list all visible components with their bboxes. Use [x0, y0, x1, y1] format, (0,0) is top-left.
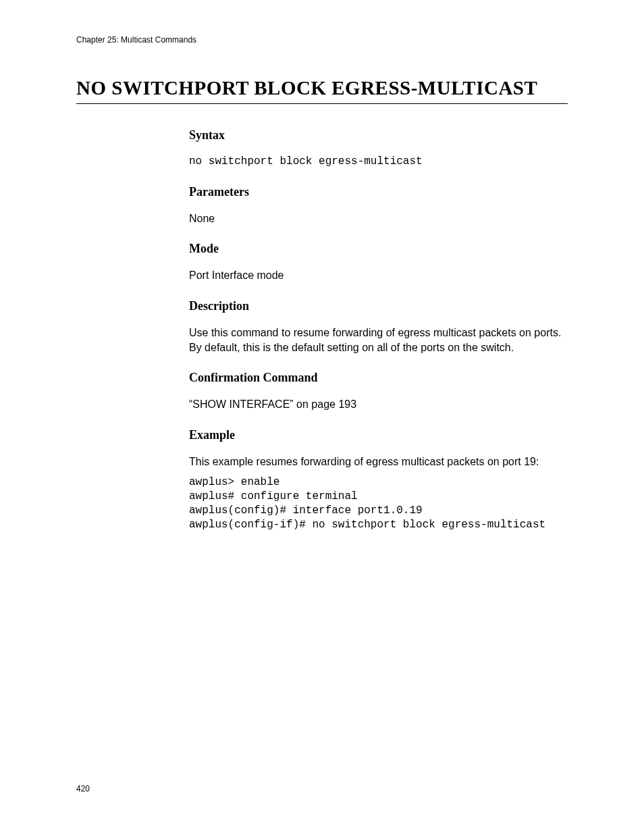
parameters-text: None: [189, 211, 568, 226]
parameters-heading: Parameters: [189, 185, 568, 199]
page-title: NO SWITCHPORT BLOCK EGRESS-MULTICAST: [76, 77, 568, 104]
page-number: 420: [76, 784, 90, 793]
content-body: Syntax no switchport block egress-multic…: [189, 128, 568, 532]
page-container: Chapter 25: Multicast Commands NO SWITCH…: [0, 0, 644, 834]
mode-heading: Mode: [189, 242, 568, 256]
example-heading: Example: [189, 428, 568, 442]
confirmation-heading: Confirmation Command: [189, 371, 568, 385]
description-text: Use this command to resume forwarding of…: [189, 325, 568, 355]
chapter-header: Chapter 25: Multicast Commands: [76, 35, 568, 45]
example-code: awplus> enable awplus# configure termina…: [189, 475, 568, 531]
example-intro: This example resumes forwarding of egres…: [189, 454, 568, 469]
syntax-code: no switchport block egress-multicast: [189, 155, 568, 169]
confirmation-text: “SHOW INTERFACE” on page 193: [189, 397, 568, 412]
description-heading: Description: [189, 299, 568, 313]
mode-text: Port Interface mode: [189, 268, 568, 283]
syntax-heading: Syntax: [189, 128, 568, 142]
